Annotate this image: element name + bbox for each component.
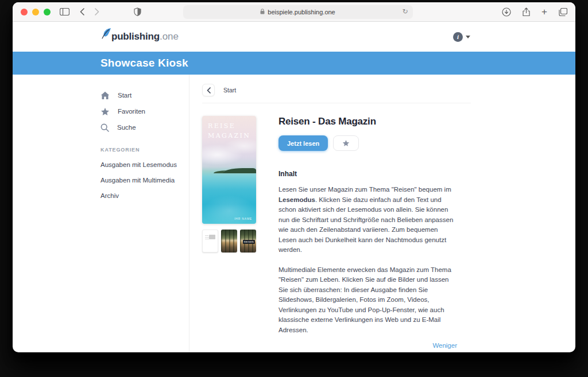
sidebar: Start Favoriten Suche KATEGORIEN Ausgabe… <box>100 75 189 352</box>
content-heading: Inhalt <box>278 170 457 178</box>
read-now-button[interactable]: Jetzt lesen <box>278 135 328 151</box>
zoom-window-button[interactable] <box>44 9 51 15</box>
tab-overview-icon[interactable] <box>559 8 567 16</box>
thumbnail-badge: REISEN <box>243 240 255 244</box>
window-controls <box>21 9 51 15</box>
magazine-cover-image[interactable]: REISE MAGAZIN IHR NAME <box>202 116 256 224</box>
site-header: publishing.one i <box>13 22 575 52</box>
feather-logo-icon <box>100 26 113 39</box>
sidebar-item-lesemodus[interactable]: Ausgaben mit Lesemodus <box>100 161 189 168</box>
star-icon <box>342 139 350 147</box>
sidebar-item-suche[interactable]: Suche <box>100 123 189 132</box>
sidebar-item-start[interactable]: Start <box>100 91 189 100</box>
home-icon <box>100 91 110 100</box>
page-thumbnails: REISEN <box>202 230 256 252</box>
kiosk-banner: Showcase Kiosk <box>13 52 575 75</box>
search-icon <box>100 123 109 132</box>
breadcrumb: Start <box>202 84 575 96</box>
forward-button-icon[interactable] <box>95 8 99 15</box>
browser-window: beispiele.publishing.one ↻ + publishing.… <box>13 2 575 352</box>
breadcrumb-label[interactable]: Start <box>223 87 236 94</box>
star-icon <box>100 107 110 116</box>
content-area: Start REISE MAGAZIN IHR NAME <box>189 75 575 352</box>
sidebar-item-archiv[interactable]: Archiv <box>100 192 189 199</box>
thumbnail-page-preview[interactable] <box>202 230 218 252</box>
sidebar-item-multimedia[interactable]: Ausgaben mit Multimedia <box>100 177 189 184</box>
description-paragraph-1: Lesen Sie unser Magazin zum Thema "Reise… <box>278 185 457 255</box>
browser-toolbar: beispiele.publishing.one ↻ + <box>13 2 575 22</box>
publishing-one-logo[interactable]: publishing.one <box>100 30 179 43</box>
show-less-link[interactable]: Weniger <box>278 342 457 349</box>
thumbnail-palm-road-cover[interactable]: REISEN <box>240 230 256 252</box>
back-navigation-button[interactable] <box>202 84 215 96</box>
reload-icon[interactable]: ↻ <box>402 7 408 16</box>
breadcrumb-divider <box>202 103 471 103</box>
thumbnail-palm-road[interactable] <box>221 230 237 252</box>
magazine-title: Reisen - Das Magazin <box>278 116 457 127</box>
url-text: beispiele.publishing.one <box>268 9 335 15</box>
logo-text-suffix: .one <box>160 31 179 42</box>
chevron-left-icon <box>207 87 211 94</box>
lock-icon <box>260 9 265 15</box>
privacy-shield-icon[interactable] <box>134 7 141 16</box>
kiosk-title: Showcase Kiosk <box>100 52 575 75</box>
cover-title: REISE MAGAZIN <box>208 121 250 141</box>
sidebar-toggle-icon[interactable] <box>60 8 69 15</box>
close-window-button[interactable] <box>21 9 28 15</box>
share-icon[interactable] <box>523 7 530 17</box>
back-button-icon[interactable] <box>80 8 84 15</box>
sidebar-item-favoriten[interactable]: Favoriten <box>100 107 189 116</box>
logo-text-primary: publishing <box>111 31 160 42</box>
chevron-down-icon <box>466 36 470 38</box>
address-bar[interactable]: beispiele.publishing.one ↻ <box>183 5 413 19</box>
info-icon: i <box>453 32 463 42</box>
minimize-window-button[interactable] <box>32 9 39 15</box>
description-paragraph-2: Multimediale Elemente erwecken das Magaz… <box>278 265 457 336</box>
info-menu[interactable]: i <box>453 32 470 42</box>
downloads-icon[interactable] <box>502 7 511 17</box>
cover-byline: IHR NAME <box>234 217 252 220</box>
new-tab-icon[interactable]: + <box>541 8 547 16</box>
categories-section-label: KATEGORIEN <box>100 147 189 153</box>
favorite-button[interactable] <box>333 135 359 151</box>
